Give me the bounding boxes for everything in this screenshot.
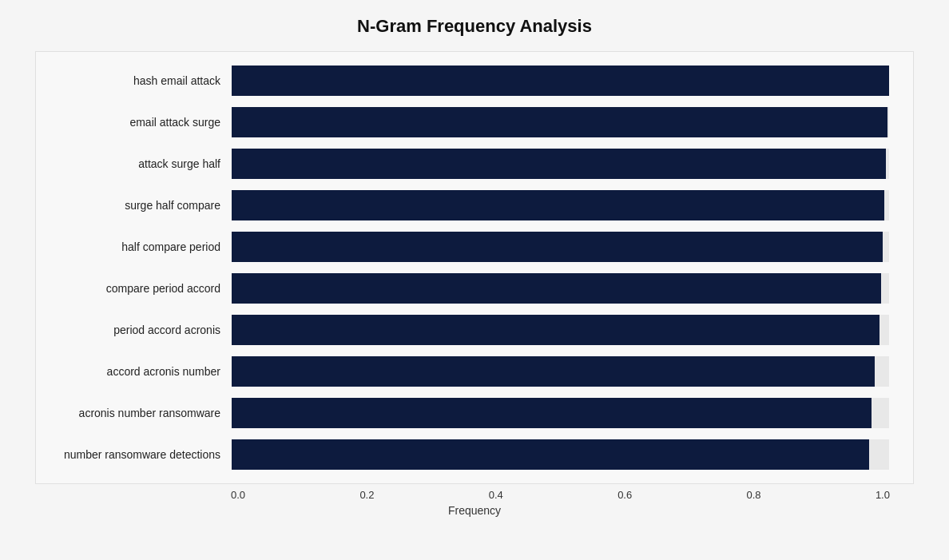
bar-track (232, 439, 889, 470)
bar-fill (232, 356, 875, 387)
x-tick-label: 0.4 (489, 489, 503, 501)
x-tick-label: 0.6 (617, 489, 632, 501)
chart-container: N-Gram Frequency Analysis hash email att… (0, 0, 949, 560)
bar-label: acronis number ransomware (36, 407, 232, 419)
bar-fill (232, 149, 886, 179)
bar-track (232, 149, 889, 179)
bar-track (232, 398, 889, 428)
bar-row: attack surge half (36, 143, 889, 185)
bar-label: half compare period (36, 240, 232, 253)
bar-track (232, 232, 889, 262)
bar-row: email attack surge (36, 101, 889, 143)
bar-label: surge half compare (36, 199, 232, 212)
bar-track (232, 273, 889, 304)
bar-label: attack surge half (36, 157, 232, 170)
bar-label: period accord acronis (36, 324, 232, 336)
bar-row: acronis number ransomware (36, 392, 889, 434)
bar-fill (232, 232, 883, 262)
bar-row: surge half compare (36, 185, 889, 226)
chart-area: hash email attackemail attack surgeattac… (35, 51, 914, 484)
bar-track (232, 190, 889, 220)
bar-row: compare period accord (36, 268, 889, 309)
bar-fill (232, 315, 880, 345)
bar-fill (232, 190, 884, 220)
bar-label: compare period accord (36, 282, 232, 295)
bar-fill (232, 66, 889, 96)
bar-fill (232, 439, 869, 470)
bar-fill (232, 107, 887, 137)
x-axis-label: Frequency (448, 504, 501, 517)
bar-label: number ransomware detections (36, 448, 232, 461)
x-tick-label: 0.8 (747, 489, 761, 501)
bar-track (232, 107, 889, 137)
bar-label: accord acronis number (36, 365, 232, 378)
bar-row: number ransomware detections (36, 434, 889, 475)
bar-label: hash email attack (36, 74, 232, 87)
bar-row: hash email attack (36, 60, 889, 101)
chart-title: N-Gram Frequency Analysis (357, 16, 592, 37)
bar-row: period accord acronis (36, 309, 889, 351)
x-axis-area: 0.00.20.40.60.81.0 Frequency (35, 489, 914, 517)
bar-row: accord acronis number (36, 351, 889, 392)
x-tick-label: 0.2 (359, 489, 374, 501)
x-tick-label: 0.0 (231, 489, 245, 501)
bar-track (232, 66, 889, 96)
bar-track (232, 356, 889, 387)
x-tick-label: 1.0 (876, 489, 890, 501)
bar-row: half compare period (36, 226, 889, 268)
bar-label: email attack surge (36, 116, 232, 129)
bar-fill (232, 398, 872, 428)
bar-fill (232, 273, 881, 304)
bar-track (232, 315, 889, 345)
